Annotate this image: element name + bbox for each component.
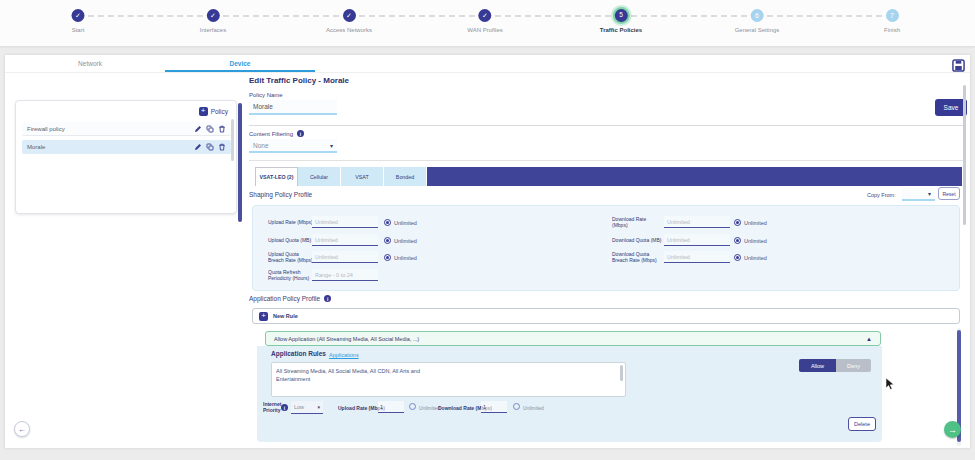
step-traffic-policies[interactable]: 5 Traffic Policies — [600, 0, 642, 33]
transport-tab-vsat[interactable]: VSAT — [341, 167, 384, 186]
rule-header-text: Allow Application (All Streaming Media, … — [274, 336, 419, 342]
download-breach-rate-input[interactable] — [664, 251, 730, 263]
unlimited-radio[interactable] — [734, 219, 741, 226]
copy-from-select[interactable]: ▾ — [902, 188, 935, 201]
step-finish[interactable]: 7 Finish — [884, 0, 900, 33]
download-breach-rate-row: Download Quota Breach Rate (Mbps) Unlimi… — [253, 250, 959, 266]
applications-link[interactable]: Applications — [329, 352, 359, 358]
step-general-settings[interactable]: 6 General Settings — [735, 0, 780, 33]
delete-policy-icon[interactable] — [218, 125, 226, 133]
application-title: Application Policy Profile — [249, 295, 320, 302]
step-number: 5 — [614, 9, 627, 22]
rule-header[interactable]: Allow Application (All Streaming Media, … — [265, 331, 881, 346]
duplicate-policy-icon[interactable] — [206, 143, 214, 151]
step-access-networks[interactable]: ✓ Access Networks — [326, 0, 372, 33]
policy-list-card: + Policy Firewall policy Morale — [15, 100, 237, 214]
policy-name-input[interactable] — [249, 100, 337, 115]
shaping-title: Shaping Policy Profile — [249, 191, 312, 198]
upload-unlimited-radio[interactable] — [409, 403, 416, 410]
allow-toggle[interactable]: Allow — [799, 359, 836, 372]
delete-policy-icon[interactable] — [218, 143, 226, 151]
check-icon: ✓ — [342, 9, 355, 22]
quota-refresh-row: Quota Refresh Periodicity (Hours) — [253, 268, 959, 284]
unlimited-label: Unlimited — [419, 405, 440, 411]
download-unlimited-radio[interactable] — [513, 403, 520, 410]
policy-name-label: Policy Name — [249, 92, 283, 98]
step-label: Access Networks — [326, 27, 372, 33]
step-label: General Settings — [735, 27, 780, 33]
stepper-connector — [88, 15, 203, 17]
stepper-connector — [767, 15, 882, 17]
unlimited-label: Unlimited — [744, 220, 767, 226]
step-number: 7 — [885, 9, 898, 22]
field-label: Download Quota (MB) — [612, 233, 662, 247]
unlimited-label: Unlimited — [744, 255, 767, 261]
mouse-cursor — [885, 377, 895, 395]
rule-upload-rate-input[interactable] — [378, 401, 404, 413]
content-filtering-value: None — [253, 142, 269, 149]
application-rules-label: Application Rules — [271, 350, 326, 357]
policy-name: Morale — [27, 144, 194, 150]
arrow-left-icon: ← — [18, 425, 26, 434]
step-label: WAN Profiles — [467, 27, 502, 33]
page-title: Edit Traffic Policy - Morale — [249, 76, 349, 85]
rule-download-rate-input[interactable] — [481, 401, 507, 413]
back-button[interactable]: ← — [14, 421, 30, 437]
arrow-right-icon: → — [948, 425, 957, 435]
new-rule-label: New Rule — [273, 313, 298, 319]
unlimited-label: Unlimited — [523, 405, 544, 411]
reset-button[interactable]: Reset — [938, 187, 960, 200]
deny-toggle[interactable]: Deny — [836, 359, 871, 372]
textbox-scrollbar[interactable] — [620, 365, 623, 381]
policy-list-scrollbar[interactable] — [231, 119, 234, 161]
chevron-down-icon: ▾ — [330, 142, 333, 149]
add-policy-button[interactable]: + Policy — [199, 107, 228, 116]
stepper-connector — [359, 15, 475, 17]
unlimited-radio[interactable] — [734, 237, 741, 244]
delete-rule-button[interactable]: Delete — [848, 417, 876, 431]
step-number: 6 — [750, 9, 763, 22]
step-wan-profiles[interactable]: ✓ WAN Profiles — [467, 0, 502, 33]
info-icon[interactable]: i — [297, 130, 304, 137]
shaping-profile-card: Upload Rate (Mbps) Unlimited Upload Quot… — [252, 205, 960, 291]
tabs-divider — [5, 72, 970, 73]
info-icon[interactable]: i — [281, 404, 288, 411]
transport-tab-vsat-leo[interactable]: VSAT-LEO (2) — [255, 167, 298, 186]
duplicate-policy-icon[interactable] — [206, 125, 214, 133]
wizard-stepper: ✓ Start ✓ Interfaces ✓ Access Networks ✓… — [0, 0, 975, 46]
transport-tab-cellular[interactable]: Cellular — [298, 167, 341, 186]
left-column-scrollbar[interactable] — [238, 103, 242, 222]
download-quota-input[interactable] — [664, 234, 730, 246]
editor-scrollbar[interactable] — [963, 85, 966, 225]
copy-from-label: Copy From: — [867, 192, 896, 198]
step-interfaces[interactable]: ✓ Interfaces — [200, 0, 226, 33]
content-filtering-select[interactable]: None ▾ — [249, 139, 337, 153]
internet-priority-select[interactable]: Low ▾ — [291, 401, 323, 414]
selected-applications-text: All Streaming Media, All Social Media, A… — [276, 367, 451, 384]
step-label: Finish — [884, 27, 900, 33]
step-label: Start — [72, 27, 85, 33]
plus-icon: + — [259, 312, 268, 321]
info-icon[interactable]: i — [324, 295, 331, 302]
policy-row-firewall[interactable]: Firewall policy — [22, 122, 231, 136]
edit-policy-icon[interactable] — [194, 125, 202, 133]
quota-refresh-input[interactable] — [312, 269, 378, 281]
plus-icon: + — [199, 107, 208, 116]
download-quota-row: Download Quota (MB) Unlimited — [253, 233, 959, 249]
transport-tab-bonded[interactable]: Bonded — [384, 167, 427, 186]
step-start[interactable]: ✓ Start — [72, 0, 85, 33]
selected-applications-box[interactable]: All Streaming Media, All Social Media, A… — [271, 362, 626, 397]
next-button[interactable]: → — [944, 421, 961, 438]
collapse-icon[interactable]: ▲ — [866, 336, 872, 342]
transport-tabbar-filler — [427, 167, 962, 186]
policy-row-morale[interactable]: Morale — [22, 140, 231, 154]
download-rate-input[interactable] — [664, 216, 730, 228]
download-rate-row: Download Rate (Mbps) Unlimited — [253, 215, 959, 231]
new-rule-button[interactable]: + New Rule — [252, 308, 960, 324]
save-view-icon[interactable] — [952, 58, 965, 76]
unlimited-radio[interactable] — [734, 254, 741, 261]
divider — [249, 160, 965, 161]
stepper-connector — [631, 15, 747, 17]
edit-policy-icon[interactable] — [194, 143, 202, 151]
tab-network[interactable]: Network — [15, 55, 165, 72]
